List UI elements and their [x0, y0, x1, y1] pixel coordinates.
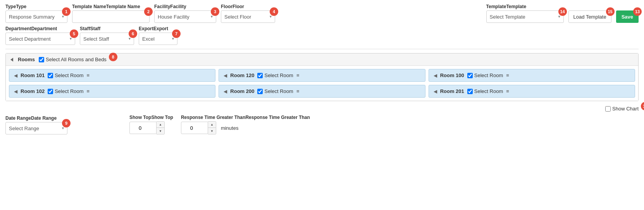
template-name-field: Template NameTemplate Name 2 [72, 4, 150, 23]
template-select[interactable]: Select Template [486, 10, 564, 23]
show-top-input[interactable] [129, 122, 157, 134]
facility-label: FacilityFacility [154, 4, 216, 9]
type-field: TypeType Response Summary 1 [5, 4, 67, 23]
show-top-spinbox: ▲ ▼ [129, 121, 173, 134]
template-name-input[interactable] [72, 10, 150, 23]
template-name-badge: 2 [144, 7, 153, 16]
room-name: Room 100 [440, 72, 464, 78]
show-top-field: Show TopShow Top ▲ ▼ [129, 115, 173, 134]
response-time-spinbox: ▲ ▼ [181, 121, 216, 134]
facility-badge: 3 [211, 7, 219, 16]
department-field: DepartmentDepartment Select Department 5 [5, 26, 75, 45]
bed-icon: ≡ [506, 88, 509, 94]
floor-field: FloorFloor Select Floor 4 [221, 4, 275, 23]
room-expand-icon: ◀ [224, 89, 227, 94]
bed-icon: ≡ [87, 88, 90, 94]
date-range-select[interactable]: Select Range [5, 122, 67, 134]
rooms-grid: ◀ Room 101 Select Room ≡ ◀ Room 120 Sele… [6, 66, 638, 101]
export-badge: 7 [172, 29, 181, 38]
show-top-spin-buttons: ▲ ▼ [157, 121, 165, 134]
room-select-label[interactable]: Select Room [467, 72, 503, 78]
room-select-text: Select Room [474, 88, 503, 94]
room-expand-icon: ◀ [434, 73, 437, 78]
floor-badge: 4 [270, 7, 278, 16]
room-item[interactable]: ◀ Room 201 Select Room ≡ [429, 85, 635, 98]
room-item[interactable]: ◀ Room 200 Select Room ≡ [219, 85, 425, 98]
response-time-spin-buttons: ▲ ▼ [208, 121, 216, 134]
show-top-decrement[interactable]: ▼ [157, 128, 164, 134]
date-range-badge: 9 [62, 119, 71, 127]
type-label: TypeType [5, 4, 67, 9]
select-all-rooms-checkbox[interactable] [39, 57, 44, 62]
bottom-section: Show Chart 12 Date RangeDate Range Selec… [5, 106, 639, 134]
room-expand-icon: ◀ [434, 89, 437, 94]
staff-select[interactable]: Select Staff [80, 33, 134, 45]
room-item[interactable]: ◀ Room 101 Select Room ≡ [9, 69, 215, 82]
rooms-collapse-icon[interactable] [10, 58, 13, 62]
export-select[interactable]: Excel [139, 33, 177, 45]
room-select-label[interactable]: Select Room [48, 72, 83, 78]
facility-select[interactable]: House Facility [154, 10, 216, 23]
room-select-label[interactable]: Select Room [257, 88, 293, 94]
show-chart-badge: 12 [641, 102, 644, 110]
bottom-controls: Date RangeDate Range Select Range 9 Show… [5, 115, 639, 134]
rooms-badge: 8 [109, 53, 117, 61]
save-badge: 13 [633, 7, 642, 16]
response-time-input[interactable] [181, 122, 208, 134]
response-time-field: Response Time Greater ThanResponse Time … [181, 115, 310, 134]
room-item[interactable]: ◀ Room 102 Select Room ≡ [9, 85, 215, 98]
room-item[interactable]: ◀ Room 120 Select Room ≡ [219, 69, 425, 82]
bed-icon: ≡ [87, 72, 90, 78]
template-field: TemplateTemplate Select Template 14 [486, 4, 564, 23]
department-badge: 5 [70, 29, 78, 38]
room-select-checkbox[interactable] [467, 73, 473, 78]
load-template-button[interactable]: Load Template [568, 10, 611, 23]
room-name: Room 201 [440, 88, 464, 94]
template-name-label: Template NameTemplate Name [72, 4, 150, 9]
room-expand-icon: ◀ [14, 73, 17, 78]
room-expand-icon: ◀ [14, 89, 17, 94]
template-badge: 14 [558, 7, 567, 16]
show-top-label: Show TopShow Top [129, 115, 173, 120]
room-name: Room 120 [230, 72, 254, 78]
room-select-text: Select Room [474, 72, 503, 78]
bed-icon: ≡ [296, 88, 300, 94]
room-select-checkbox[interactable] [48, 73, 53, 78]
facility-field: FacilityFacility House Facility 3 [154, 4, 216, 23]
room-select-checkbox[interactable] [257, 73, 263, 78]
select-all-rooms-label: Select All Rooms and Beds 8 [39, 57, 107, 62]
department-select[interactable]: Select Department [5, 33, 75, 45]
bed-icon: ≡ [506, 72, 509, 78]
staff-field: StaffStaff Select Staff 6 [80, 26, 134, 45]
room-select-checkbox[interactable] [257, 89, 263, 94]
date-range-label: Date RangeDate Range [5, 115, 67, 121]
room-select-text: Select Room [264, 72, 293, 78]
minutes-label: minutes [221, 125, 239, 131]
show-chart-checkbox[interactable] [605, 106, 611, 112]
show-chart-label[interactable]: Show Chart 12 [605, 106, 639, 112]
show-chart-row: Show Chart 12 [5, 106, 639, 112]
type-select[interactable]: Response Summary [5, 10, 67, 23]
response-time-increment[interactable]: ▲ [208, 122, 216, 128]
department-label: DepartmentDepartment [5, 26, 75, 31]
room-select-label[interactable]: Select Room [467, 88, 503, 94]
room-select-label[interactable]: Select Room [257, 72, 293, 78]
room-select-checkbox[interactable] [467, 89, 473, 94]
room-select-text: Select Room [55, 88, 83, 94]
load-template-badge: 15 [606, 7, 615, 16]
room-item[interactable]: ◀ Room 100 Select Room ≡ [429, 69, 635, 82]
room-select-text: Select Room [264, 88, 293, 94]
room-select-label[interactable]: Select Room [48, 88, 83, 94]
response-time-decrement[interactable]: ▼ [208, 128, 216, 134]
rooms-header: Rooms Select All Rooms and Beds 8 [6, 53, 638, 66]
export-label: ExportExport [139, 26, 177, 31]
response-time-label: Response Time Greater ThanResponse Time … [181, 115, 310, 120]
floor-label: FloorFloor [221, 4, 275, 9]
date-range-field: Date RangeDate Range Select Range 9 [5, 115, 67, 134]
room-name: Room 101 [21, 72, 45, 78]
staff-badge: 6 [129, 29, 137, 38]
room-select-checkbox[interactable] [48, 89, 53, 94]
floor-select[interactable]: Select Floor [221, 10, 275, 23]
rooms-section: Rooms Select All Rooms and Beds 8 ◀ Room… [5, 53, 639, 101]
show-top-increment[interactable]: ▲ [157, 122, 164, 128]
